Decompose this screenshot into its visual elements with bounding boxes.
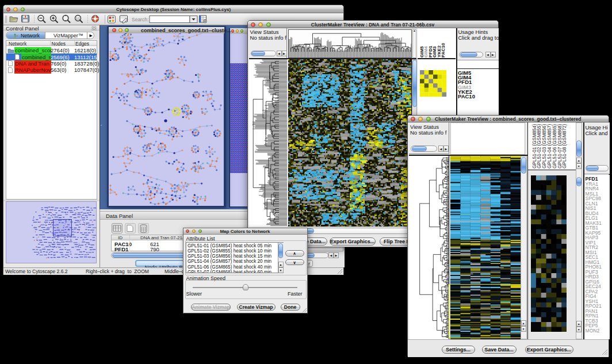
svg-text:GPL51-03 (GSM856): GPL51-03 (GSM856) (542, 124, 547, 168)
svg-text:GPL51-06 (GSM865): GPL51-06 (GSM865) (552, 124, 557, 168)
svg-text:GPL51-01 (GSM854): GPL51-01 (GSM854) (532, 124, 537, 168)
svg-text:GPL51-07 (GSM868): GPL51-07 (GSM868) (557, 124, 563, 168)
svg-text:GPL51-04 (GSM857): GPL51-04 (GSM857) (547, 124, 552, 168)
svg-text:GPL51-02 (GSM855): GPL51-02 (GSM855) (537, 124, 542, 168)
svg-text:GPL51-08 (GSM872): GPL51-08 (GSM872) (562, 124, 567, 168)
svg-text:Search:: Search: (132, 17, 148, 22)
svg-text:1:1: 1:1 (76, 17, 80, 20)
svg-text:PAC10: PAC10 (441, 43, 446, 58)
